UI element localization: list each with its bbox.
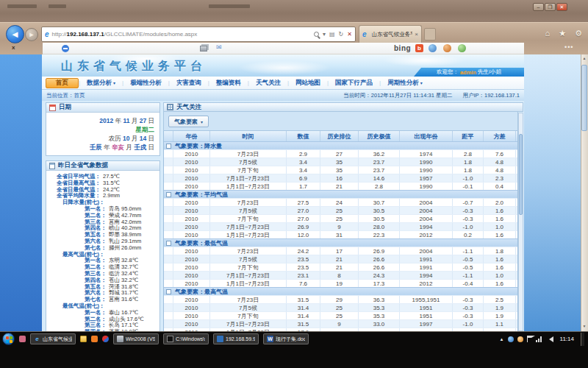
table-cell: 8 — [320, 272, 359, 279]
addon-close-icon[interactable]: x — [12, 44, 15, 51]
table-cell: -1.0 — [453, 320, 484, 328]
nav-item-2[interactable]: 极端性分析 — [123, 79, 168, 88]
nav-item-6[interactable]: 网站地图 — [289, 79, 327, 88]
table-row[interactable]: 20107月23日24.21726.92004-1.11.8 — [164, 247, 517, 255]
envelope-icon[interactable]: ✉ — [216, 43, 222, 51]
table-row[interactable]: 20107月1日~7月23日26.9928.01994-1.01.0 — [164, 222, 517, 230]
table-group-row[interactable]: 气象要素：最高气温 — [164, 287, 517, 295]
hidden-icons-arrow[interactable]: ▲ — [500, 337, 504, 342]
table-row[interactable]: 20107月下旬31.42535.31951-0.31.9 — [164, 311, 517, 319]
action-center-flag-icon[interactable] — [527, 336, 532, 342]
scroll-down-icon[interactable]: ▼ — [581, 324, 587, 328]
network-icon[interactable] — [536, 336, 542, 342]
home-icon[interactable]: ⌂ — [545, 29, 551, 38]
panel-scrollbar-thumb[interactable] — [519, 134, 523, 215]
stop-icon[interactable]: ✕ — [347, 31, 352, 38]
table-row[interactable]: 20107月5候31.42535.31951-0.31.9 — [164, 303, 517, 311]
gear-icon[interactable]: ⚙ — [575, 29, 582, 38]
addon-paw-icon[interactable] — [443, 44, 451, 52]
table-group-row[interactable]: 气象要素：平均气温 — [164, 190, 517, 198]
bing-search-icon[interactable]: b — [415, 44, 423, 52]
forward-button[interactable]: ► — [25, 28, 38, 41]
table-cell: 24.3 — [359, 272, 400, 279]
browser-tab[interactable]: e 山东省气候业务平... × — [359, 25, 422, 43]
nav-item-0[interactable]: 首页 — [46, 78, 79, 88]
nav-item-4[interactable]: 整编资料 — [209, 79, 248, 88]
chevron-down-icon[interactable]: ▾ — [323, 31, 326, 38]
taskbar-button-8[interactable]: W现行子集.docx ... — [263, 333, 309, 344]
table-group-row[interactable]: 气象要素：降水量 — [164, 141, 517, 149]
welcome-ribbon: 欢迎您： admin 先生/小姐 — [414, 68, 524, 77]
table-row[interactable]: 20107月下旬3.43523.719901.84.8 — [164, 166, 517, 174]
table-row[interactable]: 20107月23日2.92736.219742.87.6 — [164, 149, 517, 158]
table-row[interactable]: 20107月5候23.52126.61991-0.51.6 — [164, 255, 517, 263]
tray-app-icon[interactable] — [517, 336, 523, 342]
table-cell: 7月5候 — [210, 207, 287, 214]
taskbar-button-5[interactable]: Win2008 (VS2... — [113, 333, 159, 344]
table-row[interactable]: 20107月1日~7月23日6.91614.61957-1.02.3 — [164, 174, 517, 182]
back-button[interactable]: ◄ — [6, 25, 24, 43]
new-tab-button[interactable] — [424, 28, 436, 40]
expand-checkbox[interactable] — [166, 241, 171, 246]
minimize-button[interactable]: – — [533, 3, 544, 11]
close-button[interactable]: ✕ — [556, 3, 567, 11]
table-group-row[interactable]: 气象要素：最低气温 — [164, 238, 517, 247]
nav-item-7[interactable]: 国家下行产品 — [329, 79, 379, 88]
maximize-button[interactable]: ❐ — [545, 3, 556, 11]
expand-checkbox[interactable] — [166, 192, 171, 197]
chevron-down-icon: ▾ — [113, 80, 115, 85]
table-cell: -1.0 — [453, 174, 484, 182]
table-cell: 7月1日~7月23日 — [210, 223, 287, 230]
folder-icon[interactable] — [80, 336, 87, 342]
tab-close-icon[interactable]: × — [415, 31, 418, 38]
refresh-icon[interactable]: ↻ — [339, 31, 344, 38]
table-row[interactable]: 20107月23日27.52430.72004-0.72.0 — [164, 198, 517, 206]
date-panel: 日期 2012 年 11 月 27 日星期二农历 10 月 14 日壬辰 年 辛… — [46, 102, 160, 156]
photo-stack-icon[interactable] — [200, 46, 207, 52]
tray-app-icon[interactable] — [508, 336, 514, 342]
start-button[interactable] — [2, 333, 15, 345]
more-options-icon[interactable]: ••• — [564, 43, 573, 51]
pink-icon[interactable] — [19, 336, 26, 342]
bing-logo[interactable]: bing — [394, 44, 411, 52]
nav-item-3[interactable]: 灾害查询 — [170, 79, 208, 88]
nav-item-8[interactable]: 周期性分析▾ — [381, 79, 429, 88]
expand-checkbox[interactable] — [166, 144, 171, 149]
table-row[interactable]: 20107月5候27.02530.52004-0.31.6 — [164, 206, 517, 214]
table-row[interactable]: 20107月5候3.43523.719901.84.8 — [164, 158, 517, 166]
table-row[interactable]: 20107月1日~7月23日23.1824.31994-1.11.0 — [164, 271, 517, 279]
nav-item-1[interactable]: 数据分析▾ — [80, 79, 122, 88]
search-icon[interactable] — [314, 32, 319, 37]
taskbar-button-7[interactable]: 192.168.59.99... — [213, 333, 259, 344]
panel-scrollbar[interactable] — [518, 113, 523, 331]
table-row[interactable]: 20107月下旬23.52126.61991-0.51.6 — [164, 263, 517, 271]
taskbar-button-1[interactable]: e山东省气候业... — [30, 333, 76, 344]
expand-checkbox[interactable] — [166, 289, 171, 294]
volume-icon[interactable] — [546, 336, 553, 342]
console-icon — [167, 336, 173, 342]
addon-people-icon[interactable] — [458, 44, 466, 52]
table-row[interactable]: 20107月23日31.52936.31955,1951-0.32.5 — [164, 295, 517, 303]
table-cell: 2010 — [173, 183, 210, 190]
table-row[interactable]: 20101月1日~7月23日7.61917.32012-0.41.6 — [164, 279, 517, 287]
blocked-circle-icon[interactable] — [62, 45, 69, 52]
nav-item-5[interactable]: 天气关注 — [249, 79, 287, 88]
table-row[interactable]: 20101月1日~7月23日1.7212.81990-0.10.4 — [164, 182, 517, 190]
disc-icon[interactable] — [102, 336, 109, 342]
orange-icon[interactable] — [91, 336, 98, 342]
compatibility-icon[interactable]: ▤ — [329, 31, 335, 38]
table-header-cell: 数值 — [287, 131, 320, 141]
welcome-prefix: 欢迎您： — [437, 68, 459, 76]
addon-camera-icon[interactable] — [429, 44, 437, 52]
scroll-up-icon[interactable]: ▲ — [581, 56, 587, 60]
element-filter-button[interactable]: 气象要素 ▾ — [168, 116, 209, 127]
favorites-star-icon[interactable]: ★ — [559, 29, 566, 38]
browser-scrollbar-thumb[interactable] — [581, 65, 587, 131]
taskbar-button-6[interactable]: C:\Windows\s... — [163, 333, 209, 344]
table-row[interactable]: 20107月下旬27.02530.52004-0.31.6 — [164, 214, 517, 222]
show-desktop-button[interactable] — [581, 333, 584, 346]
address-bar[interactable]: e http://192.168.137.1/GLCCLIMATE/module… — [41, 26, 356, 42]
clock[interactable]: 11:14 — [557, 336, 577, 342]
table-row[interactable]: 20107月1日~7月23日31.5933.01997-1.01.1 — [164, 319, 517, 328]
table-row[interactable]: 20101月1日~7月23日12.03122.320120.21.6 — [164, 230, 517, 238]
